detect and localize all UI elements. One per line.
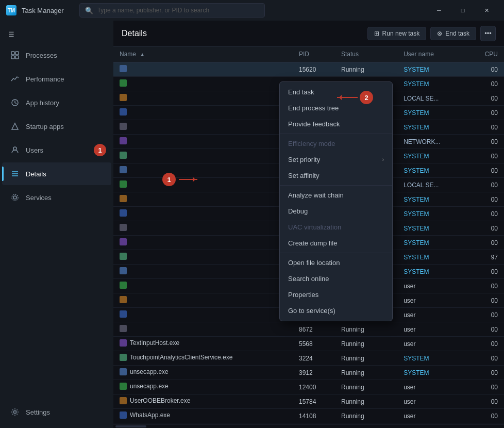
sidebar-item-services[interactable]: Services — [2, 186, 111, 209]
cell-cpu: 00 — [467, 91, 504, 106]
cell-cpu: 00 — [467, 62, 504, 77]
svg-rect-3 — [15, 56, 19, 59]
context-menu-item-search-online[interactable]: Search online — [280, 271, 392, 287]
process-icon — [120, 65, 127, 72]
sidebar-settings-label: Settings — [26, 408, 50, 416]
processes-icon — [10, 51, 20, 60]
context-menu-item-go-to-service[interactable]: Go to service(s) — [280, 303, 392, 319]
table-row[interactable]: 15620 Running SYSTEM 00 — [113, 62, 504, 77]
context-menu-label-provide-feedback: Provide feedback — [288, 120, 340, 128]
cell-cpu: 00 — [467, 409, 504, 423]
end-task-header-button[interactable]: ⊗ End task — [430, 27, 476, 40]
sidebar-item-users-label: Users — [26, 146, 43, 154]
context-menu-label-end-process-tree: End process tree — [288, 104, 339, 112]
run-icon: ⊞ — [374, 30, 379, 37]
process-icon — [120, 383, 127, 390]
context-menu-label-open-file-location: Open file location — [288, 259, 340, 267]
sidebar-item-users[interactable]: Users 1 — [2, 139, 111, 161]
table-row[interactable]: unsecapp.exe 12400 Running user 00 — [113, 380, 504, 394]
col-name[interactable]: Name ▲ — [113, 46, 293, 62]
process-name: UserOOBEBroker.exe — [130, 397, 190, 404]
sidebar-item-startup-apps[interactable]: Startup apps — [2, 115, 111, 138]
cell-name — [113, 135, 293, 149]
table-row[interactable]: 8672 Running user 00 — [113, 322, 504, 337]
cell-name: TextInputHost.exe — [113, 337, 293, 351]
context-menu-label-uac-virtualization: UAC virtualization — [288, 223, 341, 231]
context-menu-label-search-online: Search online — [288, 275, 329, 283]
hamburger-button[interactable]: ☰ — [0, 25, 113, 43]
submenu-arrow-icon: › — [382, 157, 384, 162]
sidebar-item-processes[interactable]: Processes — [2, 44, 111, 67]
context-menu-separator — [280, 185, 392, 186]
cell-status: Running — [335, 351, 397, 366]
context-menu-item-provide-feedback[interactable]: Provide feedback — [280, 116, 392, 132]
cell-name — [113, 120, 293, 135]
svg-point-12 — [14, 411, 16, 414]
process-icon — [120, 209, 127, 217]
col-cpu[interactable]: CPU — [467, 46, 504, 62]
context-menu-item-debug[interactable]: Debug — [280, 203, 392, 219]
search-placeholder: Type a name, publisher, or PID to search — [97, 7, 209, 14]
sidebar-item-processes-label: Processes — [26, 52, 57, 59]
horizontal-scrollbar[interactable] — [113, 424, 504, 428]
col-pid[interactable]: PID — [293, 46, 335, 62]
svg-rect-2 — [11, 56, 14, 59]
col-username[interactable]: User name — [397, 46, 467, 62]
maximize-button[interactable]: □ — [451, 3, 474, 18]
details-header: Details ⊞ Run new task ⊗ End task ••• — [113, 21, 504, 46]
process-name: unsecapp.exe — [130, 368, 169, 375]
process-icon — [120, 411, 127, 419]
sidebar-item-performance[interactable]: Performance — [2, 68, 111, 90]
col-status[interactable]: Status — [335, 46, 397, 62]
table-row[interactable]: WhatsApp.exe 14108 Running user 00 — [113, 409, 504, 423]
cell-username: user — [397, 380, 467, 394]
cell-username: user — [397, 409, 467, 423]
context-menu-item-set-affinity[interactable]: Set affinity — [280, 168, 392, 184]
context-menu-item-end-task[interactable]: End task — [280, 84, 392, 100]
sidebar-item-settings[interactable]: Settings — [2, 401, 111, 423]
context-menu-label-analyze-wait-chain: Analyze wait chain — [288, 191, 344, 199]
process-icon — [120, 94, 127, 101]
sidebar-item-details[interactable]: Details — [2, 162, 111, 185]
more-icon: ••• — [484, 29, 492, 37]
cell-cpu: 00 — [467, 279, 504, 293]
process-icon — [120, 79, 127, 87]
process-name: TouchpointAnalyticsClientService.exe — [130, 354, 232, 361]
cell-username: SYSTEM — [397, 366, 467, 380]
title-search-bar[interactable]: 🔍 Type a name, publisher, or PID to sear… — [79, 3, 265, 18]
svg-rect-0 — [11, 52, 14, 55]
cell-username: LOCAL SE... — [397, 178, 467, 192]
cell-username: LOCAL SE... — [397, 91, 467, 106]
minimize-button[interactable]: ─ — [428, 3, 450, 18]
process-icon — [120, 282, 127, 289]
cell-pid: 5568 — [293, 337, 335, 351]
process-icon — [120, 267, 127, 274]
process-name: unsecapp.exe — [130, 383, 169, 390]
cell-cpu: 00 — [467, 163, 504, 178]
context-menu-item-analyze-wait-chain[interactable]: Analyze wait chain — [280, 187, 392, 203]
context-menu-item-uac-virtualization: UAC virtualization — [280, 219, 392, 235]
process-icon — [120, 108, 127, 116]
more-options-button[interactable]: ••• — [480, 26, 496, 41]
context-menu-item-open-file-location[interactable]: Open file location — [280, 255, 392, 271]
table-row[interactable]: TouchpointAnalyticsClientService.exe 322… — [113, 351, 504, 366]
context-menu-item-end-process-tree[interactable]: End process tree — [280, 100, 392, 116]
process-icon — [120, 296, 127, 303]
cell-pid: 15620 — [293, 62, 335, 77]
run-new-task-button[interactable]: ⊞ Run new task — [367, 27, 427, 40]
cell-name — [113, 77, 293, 91]
cell-cpu: 97 — [467, 250, 504, 265]
table-row[interactable]: TextInputHost.exe 5568 Running user 00 — [113, 337, 504, 351]
arrow-line — [337, 97, 358, 98]
end-task-arrow-annotation: 2 — [337, 91, 373, 104]
sidebar-item-app-history[interactable]: App history — [2, 91, 111, 114]
scrollbar-thumb[interactable] — [115, 425, 146, 427]
sidebar-item-performance-label: Performance — [26, 75, 64, 83]
cell-name — [113, 163, 293, 178]
context-menu-item-set-priority[interactable]: Set priority› — [280, 152, 392, 168]
context-menu-item-create-dump-file[interactable]: Create dump file — [280, 235, 392, 251]
table-row[interactable]: UserOOBEBroker.exe 15784 Running user 00 — [113, 394, 504, 409]
close-button[interactable]: ✕ — [475, 3, 498, 18]
context-menu-item-properties[interactable]: Properties — [280, 287, 392, 303]
table-row[interactable]: unsecapp.exe 3912 Running SYSTEM 00 — [113, 366, 504, 380]
